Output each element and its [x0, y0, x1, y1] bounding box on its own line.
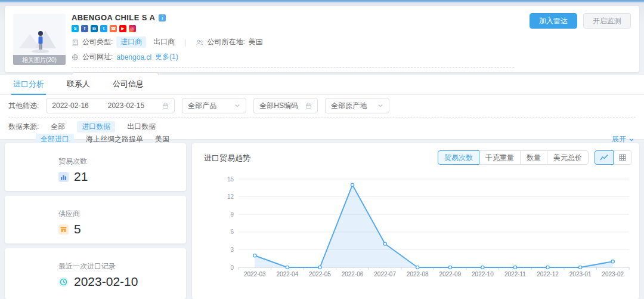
- people-icon: [196, 39, 203, 46]
- table-view-button[interactable]: [613, 150, 632, 165]
- date-end: 2023-02-15: [108, 101, 144, 110]
- chart-y-tick-label: 3: [230, 246, 234, 253]
- chart-point[interactable]: [351, 183, 354, 186]
- chart-x-label: 2022-07: [374, 271, 396, 278]
- bar-chart-icon: [58, 172, 69, 182]
- twitter-icon[interactable]: t: [100, 25, 107, 32]
- start-monitor-button[interactable]: 开启监测: [583, 13, 631, 29]
- source-option-export[interactable]: 出口数据: [127, 122, 156, 132]
- facebook-icon[interactable]: f: [81, 25, 88, 32]
- chart-y-tick-label: 6: [230, 229, 234, 235]
- hs-code-select[interactable]: 全部HS编码: [253, 98, 318, 113]
- page: 相关图片(20) ABENGOA CHILE S A i S f in t ☎ …: [0, 0, 644, 299]
- company-type-label: 公司类型:: [82, 37, 113, 47]
- dotted-divider: [8, 117, 636, 118]
- store-icon: [58, 224, 69, 235]
- analysis-band: 进口分析 联系人 公司信息 其他筛选: 2022-02-16 2023-02-1…: [0, 75, 644, 139]
- tab-import-analysis[interactable]: 进口分析: [13, 75, 44, 94]
- type-exporter: 出口商: [153, 37, 175, 47]
- metric-kg-weight-button[interactable]: 千克重量: [479, 150, 521, 165]
- product-select-value: 全部产品: [188, 101, 216, 111]
- calendar-icon: [162, 103, 169, 109]
- chart-y-tick-label: 15: [227, 176, 234, 183]
- tab-contacts[interactable]: 联系人: [67, 75, 90, 94]
- chart-point[interactable]: [481, 266, 484, 269]
- chart-x-label: 2022-11: [504, 271, 526, 278]
- chart-point[interactable]: [416, 266, 419, 269]
- stat-card-trade-count: 贸易次数 21: [5, 143, 186, 191]
- chevron-down-icon: [234, 103, 240, 109]
- building-icon: [72, 39, 79, 46]
- globe-icon: [72, 54, 79, 61]
- chart-x-label: 2022-06: [342, 271, 364, 278]
- view-toggle-group: [595, 150, 632, 165]
- chart-x-label: 2023-01: [569, 271, 592, 278]
- skype-icon[interactable]: S: [72, 25, 79, 32]
- origin-select-value: 全部原产地: [331, 101, 367, 111]
- phone-icon[interactable]: ☎: [110, 25, 117, 32]
- chart-x-label: 2022-12: [537, 271, 559, 278]
- chart-x-label: 2022-10: [472, 271, 494, 278]
- stat-value: 5: [74, 222, 81, 236]
- company-header-card: 相关图片(20) ABENGOA CHILE S A i S f in t ☎ …: [5, 6, 639, 72]
- social-icons-row: S f in t ☎ ▶ ◎: [72, 25, 514, 32]
- tab-bar: 进口分析 联系人 公司信息: [0, 75, 644, 95]
- stat-label: 贸易次数: [5, 143, 186, 167]
- chart-y-tick-label: 9: [230, 211, 234, 218]
- stat-value: 2023-02-10: [74, 275, 138, 289]
- chart-point[interactable]: [286, 266, 289, 269]
- source-option-all[interactable]: 全部: [51, 122, 65, 132]
- stat-label: 供应商: [5, 196, 186, 219]
- chart-line: [255, 185, 612, 267]
- data-source-row: 数据来源: 全部 进口数据 出口数据: [8, 121, 156, 132]
- source-option-import[interactable]: 进口数据: [77, 121, 115, 132]
- chart-point[interactable]: [448, 266, 451, 269]
- linkedin-icon[interactable]: in: [91, 25, 98, 32]
- chart-point[interactable]: [318, 266, 321, 269]
- dotted-divider: [72, 67, 514, 68]
- stat-card-last-import: 最近一次进口记录 2023-02-10: [5, 248, 186, 299]
- metric-usd-total-button[interactable]: 美元总价: [547, 150, 589, 165]
- info-badge-icon[interactable]: i: [159, 14, 166, 21]
- metric-trade-count-button[interactable]: 贸易次数: [438, 150, 479, 165]
- clock-icon: [58, 277, 69, 287]
- origin-select[interactable]: 全部原产地: [325, 98, 389, 113]
- chevron-down-icon: [377, 103, 383, 109]
- metric-quantity-button[interactable]: 数量: [520, 150, 547, 165]
- join-radar-button[interactable]: 加入雷达: [530, 13, 577, 29]
- chart-controls: 贸易次数 千克重量 数量 美元总价: [438, 150, 632, 165]
- calendar-icon: [305, 103, 312, 109]
- location-value: 美国: [249, 37, 263, 47]
- chart-point[interactable]: [513, 266, 516, 269]
- type-importer-tag: 进口商: [116, 36, 146, 48]
- data-source-label: 数据来源:: [8, 122, 39, 132]
- youtube-icon[interactable]: ▶: [119, 25, 126, 32]
- tab-company-info[interactable]: 公司信息: [113, 75, 144, 94]
- other-filters-label: 其他筛选:: [8, 101, 39, 111]
- header-actions: 加入雷达 开启监测: [530, 13, 631, 29]
- hs-code-value: 全部HS编码: [259, 101, 298, 111]
- trend-chart-card: 进口贸易趋势 贸易次数 千克重量 数量 美元总价 036912152022-03…: [192, 143, 639, 299]
- stat-value: 21: [74, 169, 88, 184]
- chart-point[interactable]: [611, 260, 614, 263]
- chevron-down-icon: [628, 137, 634, 143]
- chart-point[interactable]: [579, 266, 582, 269]
- chart-x-label: 2022-04: [277, 271, 299, 278]
- stat-card-suppliers: 供应商 5: [5, 196, 186, 243]
- chart-point[interactable]: [546, 266, 549, 269]
- website-more-link[interactable]: 更多(1): [155, 52, 178, 62]
- table-icon: [619, 154, 626, 161]
- chart-x-label: 2022-03: [244, 271, 266, 278]
- chart-point[interactable]: [253, 254, 256, 257]
- instagram-icon[interactable]: ◎: [129, 25, 136, 32]
- chart-title: 进口贸易趋势: [204, 153, 250, 164]
- line-chart-view-button[interactable]: [595, 150, 614, 165]
- company-photo[interactable]: 相关图片(20): [13, 14, 66, 65]
- related-images-label: 相关图片(20): [13, 55, 66, 65]
- website-link[interactable]: abengoa.cl: [116, 53, 151, 61]
- date-range-picker[interactable]: 2022-02-16 2023-02-15: [46, 98, 175, 113]
- chart-y-tick-label: 0: [230, 264, 234, 271]
- product-select[interactable]: 全部产品: [182, 98, 246, 113]
- company-name: ABENGOA CHILE S A: [72, 13, 155, 22]
- chart-point[interactable]: [383, 242, 386, 245]
